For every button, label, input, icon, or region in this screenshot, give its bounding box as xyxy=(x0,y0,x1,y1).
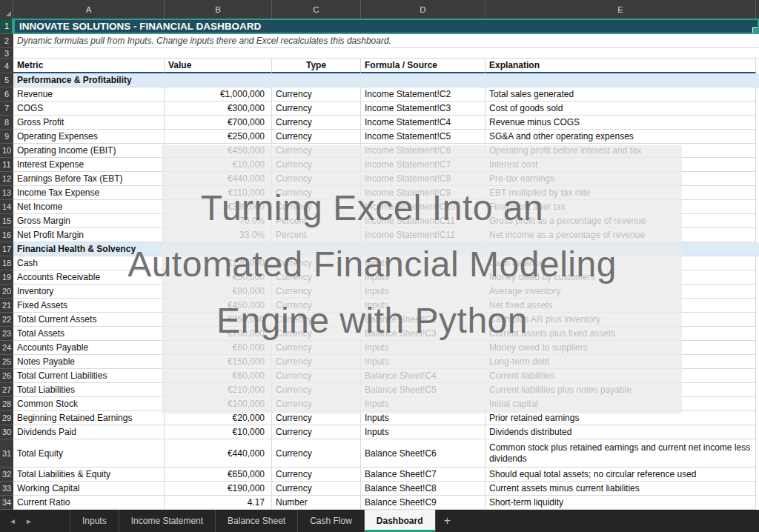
cell-formula[interactable]: Income Statement!C5 xyxy=(361,130,485,144)
cell-metric[interactable]: Operating Expenses xyxy=(13,130,165,144)
cell-metric[interactable]: Notes Payable xyxy=(13,355,165,369)
row-number[interactable]: 7 xyxy=(0,102,13,116)
cell-metric[interactable]: Income Tax Expense xyxy=(13,186,165,200)
cell-type[interactable]: Currency xyxy=(272,355,361,369)
cell-type[interactable]: Currency xyxy=(272,285,361,299)
cell-value[interactable]: €50,000 xyxy=(165,270,272,285)
row-number[interactable]: 22 xyxy=(0,313,13,327)
cell-value[interactable]: €330,000 xyxy=(165,200,272,214)
row-number[interactable]: 11 xyxy=(0,158,13,172)
cell-metric[interactable]: Total Current Liabilities xyxy=(13,369,165,383)
row-number[interactable]: 5 xyxy=(0,73,13,87)
cell-metric[interactable]: Total Liabilities & Equity xyxy=(13,468,165,482)
cell-type[interactable]: Currency xyxy=(272,87,361,102)
cell-metric[interactable]: Working Capital xyxy=(13,482,165,496)
cell-formula[interactable]: Balance Sheet!C2 xyxy=(361,313,485,327)
section-cell[interactable]: Performance & Profitability xyxy=(13,73,759,87)
cell-metric[interactable]: Beginning Retained Earnings xyxy=(13,411,165,425)
cell-value[interactable]: €210,000 xyxy=(165,383,272,397)
cell-value[interactable]: €440,000 xyxy=(165,439,272,468)
cell-value[interactable]: €450,000 xyxy=(165,144,272,158)
row-number[interactable]: 1 xyxy=(0,19,13,34)
row-number[interactable]: 13 xyxy=(0,186,13,200)
cell-formula[interactable]: Income Statement!C2 xyxy=(361,87,485,102)
cell-explanation[interactable]: Total sales generated xyxy=(485,87,756,102)
cell-explanation[interactable]: Gross profit as a percentage of revenue xyxy=(485,214,756,228)
cell-value[interactable]: €150,000 xyxy=(165,355,272,369)
row-number[interactable]: 6 xyxy=(0,87,13,102)
blank-cell[interactable] xyxy=(13,48,759,59)
cell-value[interactable]: Value xyxy=(165,59,272,73)
row-number[interactable]: 9 xyxy=(0,130,13,144)
cell-type[interactable]: Currency xyxy=(272,468,361,482)
row-number[interactable]: 17 xyxy=(0,242,13,256)
cell-formula[interactable]: Inputs xyxy=(361,397,485,411)
cell-value[interactable]: €440,000 xyxy=(165,172,272,186)
cell-formula[interactable]: Balance Sheet!C5 xyxy=(361,383,485,397)
row-number[interactable]: 27 xyxy=(0,383,13,397)
row-number[interactable]: 23 xyxy=(0,327,13,341)
cell-type[interactable]: Currency xyxy=(272,482,361,496)
cell-value[interactable]: €20,000 xyxy=(165,411,272,425)
row-number[interactable]: 24 xyxy=(0,341,13,355)
cell-type[interactable]: Currency xyxy=(272,200,361,214)
cell-metric[interactable]: Metric xyxy=(13,59,165,73)
cell-explanation[interactable]: Operating profit before interest and tax xyxy=(485,144,756,158)
cell-type[interactable]: Currency xyxy=(272,256,361,270)
cell-type[interactable]: Currency xyxy=(272,116,361,130)
cell-formula[interactable]: Balance Sheet!C7 xyxy=(361,468,485,482)
cell-value[interactable]: €650,000 xyxy=(165,468,272,482)
cell-formula[interactable]: Balance Sheet!C3 xyxy=(361,327,485,341)
column-header-C[interactable]: C xyxy=(272,0,361,19)
cell-value[interactable]: 70.0% xyxy=(165,214,272,228)
row-number[interactable]: 33 xyxy=(0,482,13,496)
cell-explanation[interactable]: Final profit after tax xyxy=(485,200,756,214)
cell-explanation[interactable]: SG&A and other operating expenses xyxy=(485,130,756,144)
sheet-tab-dashboard[interactable]: Dashboard xyxy=(364,510,436,532)
row-number[interactable]: 28 xyxy=(0,397,13,411)
row-number[interactable]: 32 xyxy=(0,468,13,482)
column-header-A[interactable]: A xyxy=(13,0,165,19)
cell-metric[interactable]: Total Assets xyxy=(13,327,165,341)
cell-type[interactable]: Currency xyxy=(272,397,361,411)
cell-explanation[interactable]: Cash balance xyxy=(485,256,756,270)
row-number[interactable]: 2 xyxy=(0,34,13,48)
cell-formula[interactable]: Inputs xyxy=(361,285,485,299)
cell-type[interactable]: Currency xyxy=(272,158,361,172)
cell-type[interactable]: Percent xyxy=(272,214,361,228)
cell-metric[interactable]: Common Stock xyxy=(13,397,165,411)
cell-value[interactable]: 33.0% xyxy=(165,228,272,242)
row-number[interactable]: 30 xyxy=(0,425,13,439)
cell-type[interactable]: Currency xyxy=(272,270,361,285)
cell-type[interactable]: Currency xyxy=(272,313,361,327)
cell-value[interactable]: €250,000 xyxy=(165,313,272,327)
row-number[interactable]: 34 xyxy=(0,496,13,510)
cell-explanation[interactable]: Current assets minus current liabilities xyxy=(485,482,756,496)
cell-formula[interactable]: Income Statement!C6 xyxy=(361,144,485,158)
cell-metric[interactable]: Earnings Before Tax (EBT) xyxy=(13,172,165,186)
cell-explanation[interactable]: Initial capital xyxy=(485,397,756,411)
cell-metric[interactable]: Total Current Assets xyxy=(13,313,165,327)
cell-value[interactable]: €60,000 xyxy=(165,341,272,355)
cell-type[interactable]: Number xyxy=(272,496,361,510)
cell-explanation[interactable]: Long-term debt xyxy=(485,355,756,369)
cell-value[interactable]: €110,000 xyxy=(165,186,272,200)
cell-explanation[interactable]: Money owed to suppliers xyxy=(485,341,756,355)
cell-formula[interactable]: Income Statement!C7 xyxy=(361,158,485,172)
cell-metric[interactable]: Gross Margin xyxy=(13,214,165,228)
cell-formula[interactable]: Income Statement!C11 xyxy=(361,228,485,242)
cell-metric[interactable]: COGS xyxy=(13,102,165,116)
cell-explanation[interactable]: Current assets plus fixed assets xyxy=(485,327,756,341)
cell-value[interactable]: €1,000,000 xyxy=(165,87,272,102)
row-number[interactable]: 20 xyxy=(0,285,13,299)
row-number[interactable]: 4 xyxy=(0,59,13,73)
cell-formula[interactable]: Income Statement!C4 xyxy=(361,116,485,130)
cell-formula[interactable]: Income Statement!C3 xyxy=(361,102,485,116)
row-number[interactable]: 14 xyxy=(0,200,13,214)
cell-value[interactable]: €190,000 xyxy=(165,482,272,496)
cell-type[interactable]: Currency xyxy=(272,130,361,144)
cell-type[interactable]: Currency xyxy=(272,411,361,425)
cell-formula[interactable]: Formula / Source xyxy=(361,59,485,73)
row-number[interactable]: 12 xyxy=(0,172,13,186)
cell-explanation[interactable]: EBT multiplied by tax rate xyxy=(485,186,756,200)
